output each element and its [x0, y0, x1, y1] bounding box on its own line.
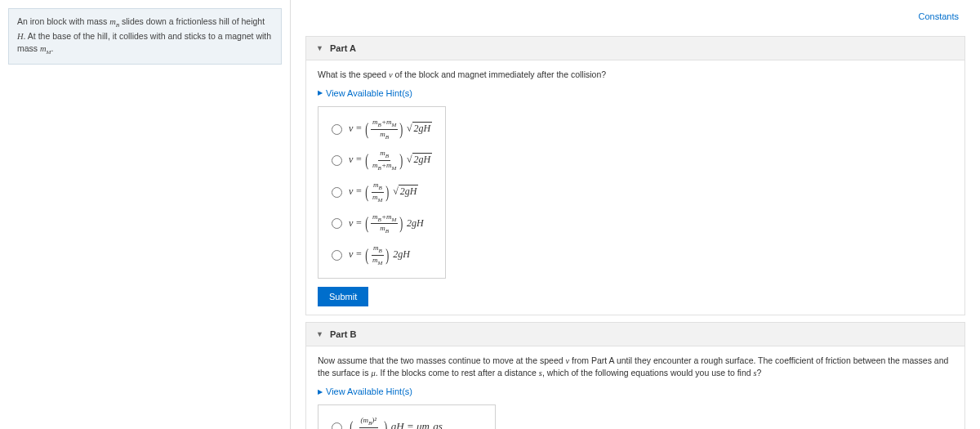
option-a3[interactable]: v = (mBmM) 2gH: [328, 177, 435, 208]
triangle-right-icon: ▶: [318, 89, 323, 96]
radio-a5[interactable]: [332, 250, 342, 261]
mass-magnet-var: mM: [40, 44, 51, 53]
content-panel: Constants ▼ Part A What is the speed v o…: [291, 0, 980, 429]
formula-a3: v = (mBmM) 2gH: [349, 181, 418, 203]
formula-a2: v = (mBmB+mM) 2gH: [349, 150, 432, 172]
caret-down-icon: ▼: [316, 44, 323, 52]
formula-a4: v = (mB+mMmB) 2gH: [349, 213, 424, 235]
mass-block-var: mB: [109, 17, 119, 26]
part-b-options: ((mB)²mB+mM) gH = μmBgs ((mB)²mB+mM) gH …: [318, 404, 496, 429]
option-a4[interactable]: v = (mB+mMmB) 2gH: [328, 208, 435, 240]
option-a1[interactable]: v = (mB+mMmB) 2gH: [328, 114, 435, 145]
part-a-options: v = (mB+mMmB) 2gH v = (mBmB+mM) 2gH v = …: [318, 106, 446, 279]
formula-a1: v = (mB+mMmB) 2gH: [349, 118, 432, 141]
part-a-body: What is the speed v of the block and mag…: [305, 60, 965, 315]
radio-a4[interactable]: [332, 218, 342, 229]
problem-panel: An iron block with mass mB slides down a…: [0, 0, 291, 429]
formula-b1: ((mB)²mB+mM) gH = μmBgs: [349, 417, 443, 429]
radio-a1[interactable]: [332, 124, 342, 135]
part-a-header[interactable]: ▼ Part A: [305, 36, 965, 60]
problem-text-2: slides down a frictionless hill of heigh…: [119, 16, 265, 26]
radio-a2[interactable]: [332, 155, 342, 166]
topbar: Constants: [305, 8, 965, 29]
option-a2[interactable]: v = (mBmB+mM) 2gH: [328, 145, 435, 177]
radio-b1[interactable]: [332, 422, 342, 429]
caret-down-icon: ▼: [316, 330, 323, 338]
problem-text-3: . At the base of the hill, it collides w…: [17, 31, 271, 54]
radio-a3[interactable]: [332, 187, 342, 198]
part-b-title: Part B: [330, 329, 356, 339]
part-a-title: Part A: [330, 43, 356, 53]
part-b-question: Now assume that the two masses continue …: [318, 355, 953, 381]
submit-button-a[interactable]: Submit: [318, 287, 368, 306]
option-b1[interactable]: ((mB)²mB+mM) gH = μmBgs: [328, 412, 485, 429]
constants-link[interactable]: Constants: [918, 11, 959, 21]
part-b-header[interactable]: ▼ Part B: [305, 322, 965, 346]
part-b-hints-link[interactable]: ▶ View Available Hint(s): [318, 387, 953, 396]
height-var: H: [17, 32, 24, 41]
triangle-right-icon: ▶: [318, 388, 323, 395]
part-b-body: Now assume that the two masses continue …: [305, 346, 965, 429]
problem-text-1: An iron block with mass: [17, 16, 109, 26]
problem-text-4: .: [51, 43, 53, 53]
part-a-hints-link[interactable]: ▶ View Available Hint(s): [318, 88, 953, 98]
part-a-question: What is the speed v of the block and mag…: [318, 69, 953, 82]
option-a5[interactable]: v = (mBmM) 2gH: [328, 239, 435, 271]
problem-statement: An iron block with mass mB slides down a…: [8, 8, 282, 65]
formula-a5: v = (mBmM) 2gH: [349, 244, 410, 266]
